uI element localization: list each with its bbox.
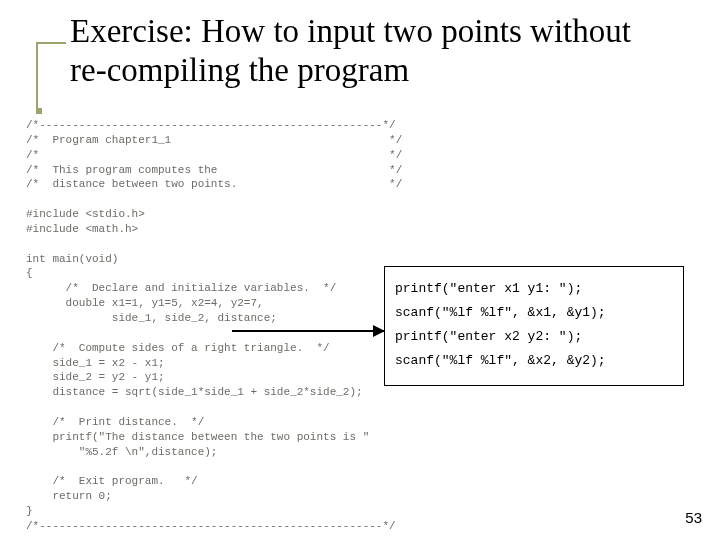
code-line: printf("The distance between the two poi… xyxy=(26,431,369,443)
code-line: side_2 = y2 - y1; xyxy=(26,371,165,383)
code-line: /* Declare and initialize variables. */ xyxy=(26,282,336,294)
code-line: side_1 = x2 - x1; xyxy=(26,357,165,369)
code-line: /* distance between two points. */ xyxy=(26,178,402,190)
page-number: 53 xyxy=(685,509,702,526)
code-line: /* Print distance. */ xyxy=(26,416,204,428)
code-line: /* Compute sides of a right triangle. */ xyxy=(26,342,330,354)
callout-line: scanf("%lf %lf", &x2, &y2); xyxy=(395,349,673,373)
code-line: /* Exit program. */ xyxy=(26,475,198,487)
code-line: /*--------------------------------------… xyxy=(26,520,396,532)
code-callout: printf("enter x1 y1: "); scanf("%lf %lf"… xyxy=(384,266,684,386)
code-line: int main(void) xyxy=(26,253,118,265)
code-line: #include <stdio.h> xyxy=(26,208,145,220)
code-line: /* Program chapter1_1 */ xyxy=(26,134,402,146)
code-line: "%5.2f \n",distance); xyxy=(26,446,217,458)
code-line: side_1, side_2, distance; xyxy=(26,312,277,324)
code-line: distance = sqrt(side_1*side_1 + side_2*s… xyxy=(26,386,363,398)
code-line: } xyxy=(26,505,33,517)
code-line: double x1=1, y1=5, x2=4, y2=7, xyxy=(26,297,264,309)
code-line: /* This program computes the */ xyxy=(26,164,402,176)
arrow-icon xyxy=(232,330,384,332)
code-line: /* */ xyxy=(26,149,402,161)
callout-line: printf("enter x2 y2: "); xyxy=(395,325,673,349)
callout-line: scanf("%lf %lf", &x1, &y1); xyxy=(395,301,673,325)
code-line: #include <math.h> xyxy=(26,223,138,235)
title-rule-decoration xyxy=(36,42,66,108)
title-block: Exercise: How to input two points withou… xyxy=(70,12,660,90)
code-line: /*--------------------------------------… xyxy=(26,119,396,131)
slide-title: Exercise: How to input two points withou… xyxy=(70,12,660,90)
callout-line: printf("enter x1 y1: "); xyxy=(395,277,673,301)
slide: Exercise: How to input two points withou… xyxy=(0,0,720,540)
code-line: return 0; xyxy=(26,490,112,502)
code-line: { xyxy=(26,267,33,279)
